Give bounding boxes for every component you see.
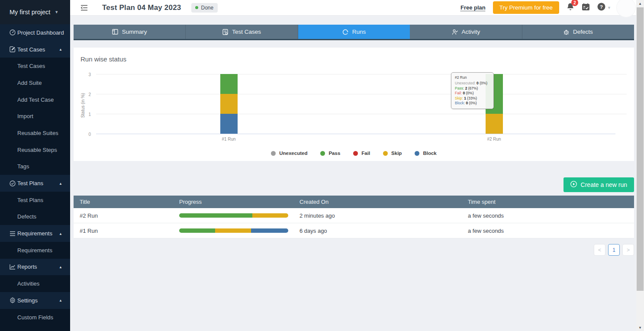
tab-summary[interactable]: Summary xyxy=(74,25,186,39)
sidebar-item-import[interactable]: Import xyxy=(0,108,70,125)
tab-defects[interactable]: Defects xyxy=(522,25,634,39)
tab-test-cases[interactable]: Test Cases xyxy=(186,25,298,39)
sidebar-item-project-dashboard[interactable]: Project Dashboard xyxy=(0,24,70,41)
column-header-created-on: Created On xyxy=(299,199,468,205)
chevron-up-icon: ▲ xyxy=(59,48,62,51)
tab-activity[interactable]: Activity xyxy=(410,25,522,39)
collapse-sidebar-icon[interactable] xyxy=(80,5,88,11)
sidebar-item-label: Tags xyxy=(17,163,29,170)
prev-page-button[interactable]: < xyxy=(594,244,605,256)
run-title[interactable]: #2 Run xyxy=(74,212,179,219)
legend-dot-icon xyxy=(415,151,419,156)
run-wise-status-card: Run wise status Status (in %) 0123#1 Run… xyxy=(74,48,634,161)
sidebar-item-label: Test Plans xyxy=(17,197,43,203)
free-plan-link[interactable]: Free plan xyxy=(460,4,486,11)
progress-bar xyxy=(179,213,288,218)
legend-item-pass: Pass xyxy=(320,151,340,156)
question-circle-icon: ? xyxy=(597,3,605,13)
project-name: My first project xyxy=(10,9,50,16)
legend-item-skip: Skip xyxy=(383,151,402,156)
avatar[interactable] xyxy=(616,0,636,17)
progress-segment-pass xyxy=(179,228,215,233)
legend-dot-icon xyxy=(320,151,325,156)
sidebar-item-add-suite[interactable]: Add Suite xyxy=(0,74,70,91)
app-screen: My first project ▼ Project DashboardTest… xyxy=(0,0,644,331)
progress-segment-block xyxy=(251,228,288,233)
sidebar-item-label: Activities xyxy=(17,280,39,287)
x-category-label: #2 Run xyxy=(468,137,520,141)
create-run-row: Create a new run xyxy=(564,177,634,192)
x-category-label: #1 Run xyxy=(203,137,255,141)
chevron-up-icon: ▲ xyxy=(59,231,62,235)
progress-segment-pass xyxy=(179,213,252,218)
tab-runs[interactable]: Runs xyxy=(298,25,410,39)
sidebar-item-defects[interactable]: Defects xyxy=(0,209,70,225)
bar-segment-skip xyxy=(486,114,503,134)
help-menu[interactable]: ? ▼ xyxy=(597,3,611,13)
chevron-down-icon: ▼ xyxy=(55,10,58,14)
sidebar-item-activities[interactable]: Activities xyxy=(0,275,70,292)
sidebar-item-test-cases[interactable]: Test Cases▲ xyxy=(0,41,70,58)
run-title[interactable]: #1 Run xyxy=(74,228,179,234)
try-premium-button[interactable]: Try Premium for free xyxy=(493,1,559,14)
page-number-button[interactable]: 1 xyxy=(608,244,620,256)
chart-tooltip: #2 Run Unexecuted: 0 (0%)Pass: 2 (67%)Fa… xyxy=(451,72,494,109)
sidebar: My first project ▼ Project DashboardTest… xyxy=(0,0,70,331)
sidebar-item-settings[interactable]: Settings▲ xyxy=(0,292,70,309)
sidebar-item-test-cases[interactable]: Test Cases xyxy=(0,58,70,74)
y-tick-label: 2 xyxy=(88,92,91,97)
project-switcher[interactable]: My first project ▼ xyxy=(0,0,70,24)
create-new-run-button[interactable]: Create a new run xyxy=(564,177,634,192)
gridline xyxy=(96,114,627,114)
legend-item-block: Block xyxy=(415,151,436,156)
legend-label: Block xyxy=(423,151,436,156)
sidebar-item-reusable-suites[interactable]: Reusable Suites xyxy=(0,125,70,141)
activity-icon xyxy=(452,29,458,35)
legend-dot-icon xyxy=(271,151,276,156)
chart-line-icon xyxy=(10,264,17,270)
scrollbar-thumb[interactable] xyxy=(637,7,644,291)
sidebar-item-tags[interactable]: Tags xyxy=(0,158,70,175)
chart-legend: UnexecutedPassFailSkipBlock xyxy=(74,151,634,156)
sidebar-item-requirements[interactable]: Requirements xyxy=(0,242,70,259)
legend-label: Pass xyxy=(328,151,340,156)
vertical-scrollbar[interactable]: ▲ ▼ xyxy=(636,0,644,331)
scroll-up-icon[interactable]: ▲ xyxy=(636,0,644,7)
table-header-row: TitleProgressCreated OnTime spent xyxy=(74,196,634,208)
sidebar-item-requirements[interactable]: Requirements▲ xyxy=(0,225,70,242)
main-area: Test Plan 04 May 2023 Done Free plan Try… xyxy=(70,0,636,331)
legend-dot-icon xyxy=(353,151,358,156)
gear-icon xyxy=(10,297,17,303)
notifications-button[interactable]: 2 xyxy=(567,3,574,13)
sidebar-item-test-plans[interactable]: Test Plans xyxy=(0,192,70,209)
tooltip-row-fail: Fail: 0 (0%) xyxy=(455,91,490,96)
sidebar-item-custom-fields[interactable]: Custom Fields xyxy=(0,309,70,326)
sidebar-item-reports[interactable]: Reports▲ xyxy=(0,259,70,276)
calendar-check-icon[interactable] xyxy=(582,3,590,13)
sidebar-nav: Project DashboardTest Cases▲Test CasesAd… xyxy=(0,24,70,325)
table-row[interactable]: #1 Run6 days agoa few seconds xyxy=(74,223,634,238)
sidebar-item-label: Reusable Suites xyxy=(17,130,58,136)
next-page-button[interactable]: > xyxy=(622,244,634,256)
sidebar-item-add-test-case[interactable]: Add Test Case xyxy=(0,91,70,108)
legend-item-unexecuted: Unexecuted xyxy=(271,151,307,156)
check-circle-icon xyxy=(10,180,17,186)
progress-segment-skip xyxy=(252,213,288,218)
chevron-down-icon: ▼ xyxy=(607,6,611,10)
list-icon xyxy=(10,231,17,236)
time-spent-value: a few seconds xyxy=(468,228,634,234)
table-row[interactable]: #2 Run2 minutes agoa few seconds xyxy=(74,208,634,223)
tab-label: Activity xyxy=(462,29,480,35)
legend-label: Skip xyxy=(391,151,402,156)
tab-bar: SummaryTest CasesRunsActivityDefects xyxy=(74,25,634,40)
chevron-up-icon: ▲ xyxy=(59,265,62,269)
sidebar-item-reusable-steps[interactable]: Reusable Steps xyxy=(0,141,70,158)
gridline xyxy=(96,74,627,74)
summary-icon xyxy=(112,29,118,35)
sidebar-item-label: Custom Fields xyxy=(17,314,53,321)
bar-segment-skip xyxy=(220,94,238,114)
sidebar-item-label: Add Test Case xyxy=(17,96,54,103)
sidebar-item-test-plans[interactable]: Test Plans▲ xyxy=(0,175,70,192)
scroll-down-icon[interactable]: ▼ xyxy=(636,324,644,331)
pagination: < 1 > xyxy=(594,244,634,256)
